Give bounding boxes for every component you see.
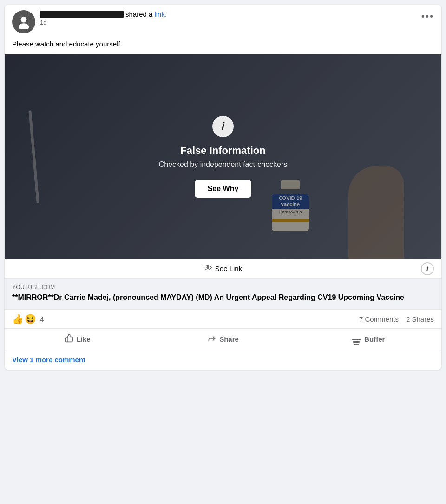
link-label[interactable]: link. [154, 10, 167, 18]
eye-icon: 👁 [204, 264, 212, 273]
buffer-label: Buffer [364, 335, 385, 343]
reaction-count: 4 [40, 315, 44, 323]
like-button[interactable]: Like [5, 329, 150, 350]
share-icon [207, 334, 216, 345]
buffer-button[interactable]: Buffer [296, 329, 441, 350]
svg-point-1 [19, 23, 29, 29]
reaction-icons: 👍 😆 4 [12, 313, 44, 325]
svg-point-0 [21, 17, 27, 23]
avatar[interactable] [12, 10, 35, 33]
share-label: Share [219, 335, 239, 343]
link-title: **MIRROR**Dr Carrie Madej, (pronounced M… [12, 292, 434, 303]
post-card: shared a link. 1d ••• Please watch and e… [5, 5, 441, 370]
false-info-title: False Information [180, 145, 265, 157]
see-link-bar: 👁 See Link i [5, 259, 441, 279]
like-label: Like [77, 335, 91, 343]
author-name-redacted [40, 11, 124, 18]
comments-count[interactable]: 7 Comments [359, 315, 399, 323]
share-button[interactable]: Share [150, 329, 295, 350]
media-container: COVID-19 vaccine Coronavirus i False Inf… [5, 54, 441, 259]
shared-text: shared a [125, 10, 152, 18]
like-reaction-icon: 👍 [12, 313, 24, 325]
see-link-text[interactable]: See Link [215, 265, 242, 272]
post-time: 1d [40, 19, 434, 26]
like-icon [65, 333, 74, 345]
view-more-link[interactable]: View 1 more comment [12, 356, 85, 364]
shares-count[interactable]: 2 Shares [406, 315, 434, 323]
info-badge-button[interactable]: i [421, 262, 434, 275]
reactions-row: 👍 😆 4 7 Comments 2 Shares [5, 310, 441, 329]
action-buttons-bar: Like Share Buffer [5, 329, 441, 350]
view-more-comments: View 1 more comment [5, 350, 441, 370]
link-source: YOUTUBE.COM [12, 284, 434, 291]
post-header: shared a link. 1d ••• [5, 5, 441, 37]
buffer-icon [352, 334, 361, 345]
post-meta: shared a link. 1d [40, 10, 434, 26]
see-why-button[interactable]: See Why [195, 180, 252, 198]
false-info-subtitle: Checked by independent fact-checkers [159, 160, 288, 169]
haha-reaction-icon: 😆 [25, 313, 36, 325]
link-preview[interactable]: YOUTUBE.COM **MIRROR**Dr Carrie Madej, (… [5, 279, 441, 310]
author-line: shared a link. [40, 10, 434, 18]
more-options-button[interactable]: ••• [421, 11, 434, 22]
post-body-text: Please watch and educate yourself. [5, 37, 441, 54]
engagement-stats: 7 Comments 2 Shares [359, 315, 434, 323]
false-info-overlay: i False Information Checked by independe… [5, 54, 441, 259]
info-circle-icon: i [212, 116, 234, 137]
